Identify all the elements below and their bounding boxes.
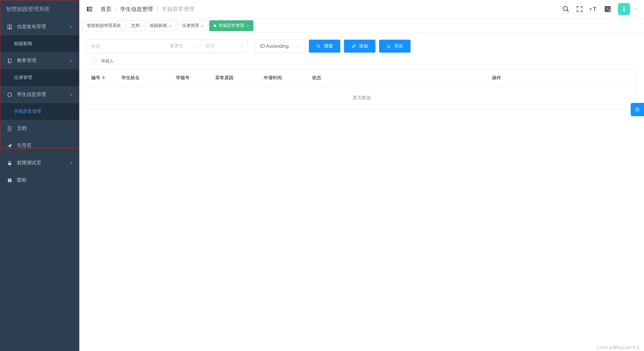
sidebar-item-academic[interactable]: 教务管理	[0, 52, 79, 69]
svg-text:T: T	[593, 6, 596, 12]
document-icon	[7, 126, 13, 132]
add-button[interactable]: 添加	[344, 40, 375, 53]
reviewer-checkbox-row: 审核人	[87, 53, 637, 69]
importance-select[interactable]: 重要性	[166, 40, 201, 53]
title-input[interactable]	[87, 40, 166, 53]
reviewer-label: 审核人	[101, 58, 114, 64]
tab-abnormal[interactable]: 学籍异常管理×	[209, 20, 253, 31]
watermark: CSDN @爱吃java的羊儿	[597, 345, 640, 350]
sidebar-item-permission[interactable]: 权限测试页	[0, 154, 79, 172]
type-select[interactable]: 类型	[201, 40, 247, 53]
table-header: 编号 学生姓名 学籍号 异常原因 申请时间 状态 操作	[87, 70, 636, 87]
target-icon	[7, 92, 13, 98]
sidebar-label: 引导页	[17, 143, 31, 149]
th-id[interactable]: 编号	[87, 70, 117, 86]
sidebar-sub-abnormal[interactable]: 学籍异常管理	[0, 103, 79, 120]
chevron-up-icon	[69, 59, 73, 63]
translate-icon[interactable]: A文	[604, 5, 611, 13]
lock-icon	[7, 160, 13, 166]
tabs-bar: 智慧校园管理系统 文档 校园新闻× 任课管理× 学籍异常管理×	[79, 18, 644, 33]
chevron-up-icon	[69, 25, 73, 29]
app-title: 智慧校园管理系统	[0, 0, 79, 18]
breadcrumb-sep: /	[157, 6, 158, 12]
breadcrumb-parent[interactable]: 学生信息管理	[120, 5, 153, 13]
caret-down-icon[interactable]	[634, 7, 637, 11]
th-reason: 异常原因	[211, 70, 259, 86]
sidebar: 智慧校园管理系统 信息发布管理 校园新闻 教务管理 任课管理 学生信息管理 学籍…	[0, 0, 79, 351]
tab-news[interactable]: 校园新闻×	[145, 20, 176, 31]
svg-point-11	[636, 109, 638, 110]
active-dot-icon	[214, 25, 216, 27]
breadcrumb: 首页 / 学生信息管理 / 学籍异常管理	[101, 5, 194, 13]
breadcrumb-home[interactable]: 首页	[101, 5, 111, 13]
data-table: 编号 学生姓名 学籍号 异常原因 申请时间 状态 操作 暂无数据	[87, 69, 637, 110]
table-empty: 暂无数据	[87, 87, 636, 109]
search-icon	[316, 44, 321, 49]
sidebar-item-student-info[interactable]: 学生信息管理	[0, 86, 79, 103]
breadcrumb-sep: /	[115, 6, 117, 12]
breadcrumb-current: 学籍异常管理	[162, 5, 194, 13]
sidebar-label: 教务管理	[17, 57, 36, 64]
close-icon[interactable]: ×	[169, 24, 172, 28]
sidebar-label: 学生信息管理	[17, 91, 46, 98]
header-tools: TT A文	[562, 3, 637, 15]
text-size-icon[interactable]: TT	[590, 6, 597, 12]
th-student-no: 学籍号	[172, 70, 211, 86]
svg-point-4	[563, 6, 567, 11]
download-icon	[386, 44, 391, 49]
sidebar-item-info-publish[interactable]: 信息发布管理	[0, 18, 79, 35]
export-button[interactable]: 导出	[379, 40, 411, 53]
tab-docs[interactable]: 文档	[127, 20, 144, 31]
sidebar-sub-course[interactable]: 任课管理	[0, 69, 79, 86]
th-name: 学生姓名	[117, 70, 172, 86]
header: 首页 / 学生信息管理 / 学籍异常管理 TT A文	[79, 0, 644, 18]
sidebar-item-docs[interactable]: 文档	[0, 120, 79, 137]
sidebar-item-icons[interactable]: I 图标	[0, 172, 79, 189]
copy-icon	[7, 58, 13, 64]
gear-icon	[634, 106, 641, 113]
svg-text:T: T	[590, 7, 592, 12]
tab-course[interactable]: 任课管理×	[177, 20, 208, 31]
sidebar-sub-campus-news[interactable]: 校园新闻	[0, 35, 79, 52]
sort-select[interactable]: ID Ascending	[255, 40, 305, 53]
chevron-up-icon	[69, 93, 73, 97]
chevron-down-icon	[69, 161, 73, 165]
settings-float-button[interactable]	[631, 103, 644, 116]
fullscreen-icon[interactable]	[576, 6, 583, 12]
th-time: 申请时间	[259, 70, 308, 86]
avatar[interactable]	[618, 3, 630, 15]
sidebar-label: 权限测试页	[17, 160, 41, 166]
main-content: 首页 / 学生信息管理 / 学籍异常管理 TT A文 智慧校园管理系统 文档 校…	[79, 0, 644, 351]
filter-group: 重要性 类型	[87, 39, 248, 53]
close-icon[interactable]: ×	[201, 24, 204, 28]
edit-icon	[351, 44, 356, 49]
page-content: 重要性 类型 ID Ascending 搜索 添加 导出 审核人 编号 学生姓名…	[79, 33, 644, 116]
icon-icon: I	[7, 177, 13, 183]
sidebar-label: 文档	[17, 125, 27, 132]
tab-home[interactable]: 智慧校园管理系统	[82, 20, 125, 31]
sidebar-item-guide[interactable]: 引导页	[0, 137, 79, 154]
sidebar-label: 图标	[17, 177, 27, 183]
svg-rect-1	[8, 163, 11, 165]
svg-point-10	[317, 44, 319, 47]
reviewer-checkbox[interactable]	[92, 58, 97, 64]
hamburger-icon[interactable]	[86, 5, 93, 13]
chevron-down-icon	[239, 44, 243, 48]
search-button[interactable]: 搜索	[309, 40, 340, 53]
close-icon[interactable]: ×	[246, 24, 249, 28]
svg-text:I: I	[9, 179, 10, 182]
chevron-down-icon	[296, 44, 300, 48]
chevron-down-icon	[193, 44, 197, 48]
send-icon	[7, 143, 13, 149]
svg-text:文: 文	[608, 9, 611, 11]
sidebar-label: 信息发布管理	[17, 24, 46, 30]
sort-icon[interactable]	[102, 76, 105, 80]
th-action: 操作	[356, 70, 636, 86]
search-icon[interactable]	[562, 5, 570, 13]
book-icon	[7, 24, 13, 30]
th-status: 状态	[308, 70, 356, 86]
